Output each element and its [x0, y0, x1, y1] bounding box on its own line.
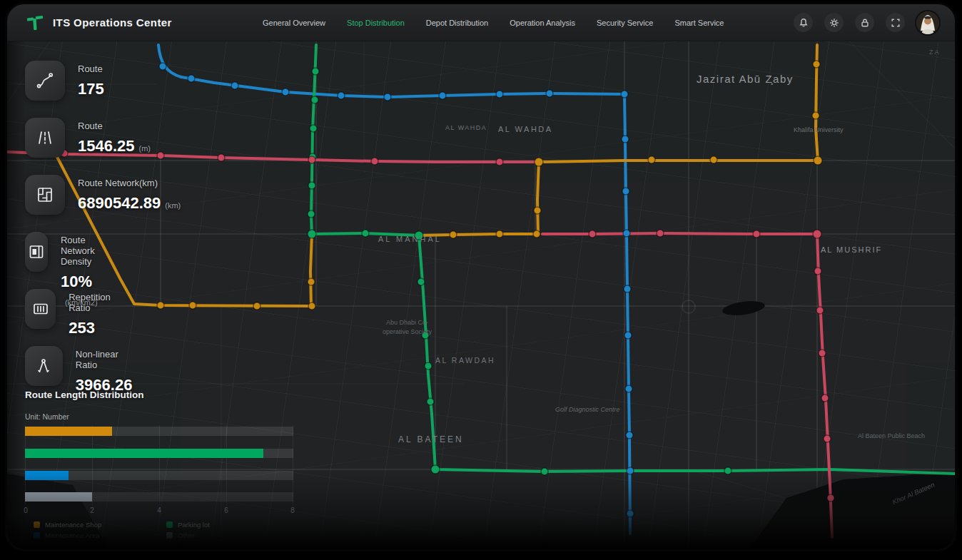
- map-label-coop-society: Abu Dhabi Co- operative Society: [383, 318, 432, 337]
- stat-label: Route: [78, 121, 151, 131]
- tab-stop-distribution[interactable]: Stop Distribution: [347, 19, 405, 27]
- bar-maintenance-area: [25, 471, 293, 480]
- stat-route-network: Route Network(km) 6890542.89(km): [25, 175, 181, 215]
- lock-icon: [860, 18, 870, 28]
- chart-unit-label: Unit: Number: [25, 412, 69, 421]
- legend-label: Parking lot: [178, 521, 210, 529]
- route-length-distribution-chart: Route Length Distribution Unit: Number: [25, 390, 310, 546]
- network-map-icon: [25, 175, 65, 215]
- stat-nonlinear-ratio: Non-linear Ratio 3966.26: [25, 346, 139, 394]
- chart-x-axis: 0 2 4 6 8: [25, 506, 293, 516]
- map-label-golf-centre: Golf Diagnostic Centre: [555, 406, 620, 413]
- legend-label: Other: [178, 531, 195, 539]
- header-actions: [794, 11, 939, 34]
- stat-label: Non-linear Ratio: [76, 349, 139, 370]
- chart-legend: Maintenance Shop Parking lot Maintenance…: [34, 521, 299, 539]
- legend-swatch: [166, 521, 173, 528]
- fullscreen-icon: [891, 18, 901, 28]
- lock-button[interactable]: [855, 13, 874, 32]
- legend-swatch: [166, 532, 173, 539]
- brand: ITS Operations Center: [26, 14, 240, 32]
- stat-repetition-ratio: Repetition Ratio 253: [25, 289, 120, 337]
- bar-fill: [25, 492, 92, 502]
- route-icon: [25, 61, 65, 101]
- bar-fill: [25, 471, 69, 480]
- notification-button[interactable]: [794, 13, 813, 32]
- app-title: ITS Operations Center: [53, 16, 172, 29]
- legend-swatch: [34, 521, 40, 528]
- route-line-red-2: [542, 233, 832, 537]
- stat-value: 253: [69, 319, 95, 337]
- legend-swatch: [34, 532, 40, 539]
- map-label-bateen-beach: Al Bateen Public Beach: [858, 432, 925, 439]
- legend-item-maintenance-shop[interactable]: Maintenance Shop: [34, 521, 166, 529]
- settings-button[interactable]: [824, 13, 844, 32]
- bell-icon: [799, 18, 809, 28]
- road-icon: [25, 118, 65, 158]
- chart-title: Route Length Distribution: [25, 390, 310, 400]
- stat-route-count: Route 175: [25, 61, 108, 101]
- stat-value: 1546.25: [78, 137, 135, 155]
- top-bar: ITS Operations Center General Overview S…: [7, 4, 955, 41]
- gear-icon: [829, 18, 839, 28]
- stat-unit: (km): [165, 201, 181, 210]
- map-label-al-wahda-large: AL WAHDA: [498, 125, 553, 133]
- tab-smart-service[interactable]: Smart Service: [674, 19, 724, 27]
- x-tick: 8: [290, 506, 295, 514]
- route-stops-orange: [157, 61, 822, 310]
- x-tick: 0: [24, 506, 28, 514]
- x-tick: 2: [90, 506, 94, 514]
- x-tick: 6: [224, 506, 228, 514]
- stat-route-length: Route 1546.25(m): [25, 118, 151, 158]
- tab-operation-analysis[interactable]: Operation Analysis: [510, 19, 575, 27]
- stat-label: Route Network(km): [78, 178, 181, 188]
- repetition-bars-icon: [25, 289, 56, 329]
- chart-plot-area: [25, 425, 293, 505]
- stat-value: 175: [78, 80, 104, 98]
- dashboard-screen: Jazirat Abū Z̧aby AL WAHDA AL WAHDA Khal…: [7, 4, 955, 549]
- stat-value: 6890542.89: [78, 194, 161, 212]
- route-line-green: [311, 45, 955, 474]
- legend-label: Maintenance Shop: [45, 521, 101, 529]
- stat-label: Repetition Ratio: [69, 292, 119, 313]
- bar-parking-lot: [25, 449, 293, 458]
- user-avatar[interactable]: [916, 11, 939, 34]
- tab-depot-distribution[interactable]: Depot Distribution: [426, 19, 488, 27]
- its-logo-icon: [26, 14, 44, 32]
- map-label-khalifa-university: Khalifa University: [794, 126, 844, 133]
- tab-security-service[interactable]: Security Service: [597, 19, 653, 27]
- map-label-al-rawdah: AL RAWDAH: [435, 356, 495, 365]
- stat-value: 10%: [61, 273, 92, 290]
- bar-other: [25, 492, 293, 502]
- fullscreen-button[interactable]: [886, 13, 905, 32]
- coop-line1: Abu Dhabi Co-: [383, 318, 432, 327]
- map-label-corner: ZA: [929, 49, 941, 56]
- bar-fill: [25, 449, 263, 458]
- main-nav: General Overview Stop Distribution Depot…: [263, 19, 724, 27]
- legend-item-maintenance-area[interactable]: Maintenance Area: [34, 531, 166, 539]
- legend-item-parking-lot[interactable]: Parking lot: [166, 521, 299, 529]
- legend-label: Maintenance Area: [45, 531, 100, 539]
- tab-general-overview[interactable]: General Overview: [263, 19, 325, 27]
- stat-unit: (m): [139, 144, 151, 153]
- x-tick: 4: [157, 506, 161, 514]
- legend-item-other[interactable]: Other: [166, 531, 299, 539]
- map-label-al-mushrif: AL MUSHRIF: [821, 245, 882, 254]
- map-label-al-wahda-small: AL WAHDA: [445, 124, 487, 131]
- stat-label: Route Network Density: [61, 235, 115, 267]
- compass-icon: [25, 346, 63, 386]
- bar-maintenance-shop: [25, 427, 293, 436]
- coop-line2: operative Society: [383, 327, 432, 337]
- map-label-jazirat: Jazirat Abū Z̧aby: [697, 73, 794, 85]
- map-label-al-manhal: AL MANHAL: [378, 235, 442, 243]
- bar-fill: [25, 427, 112, 436]
- map-label-al-bateen: AL BATEEN: [398, 434, 464, 444]
- density-layout-icon: [25, 232, 48, 272]
- stat-label: Route: [78, 63, 108, 74]
